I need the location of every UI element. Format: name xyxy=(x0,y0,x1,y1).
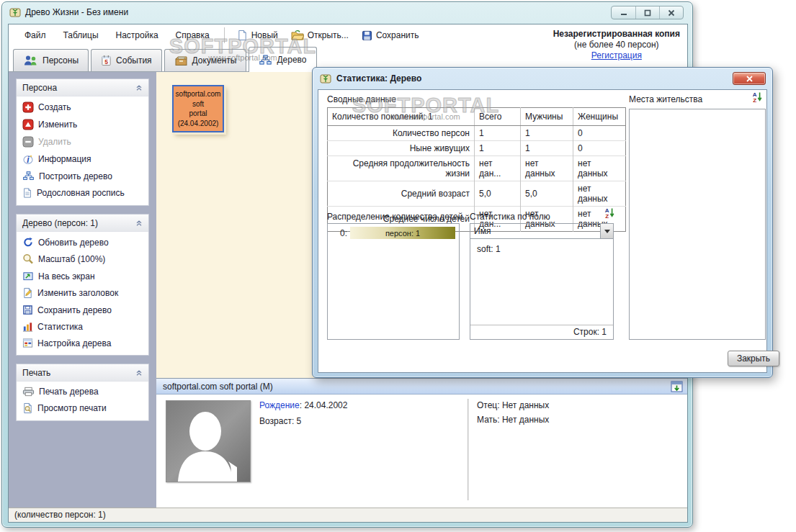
tab-events[interactable]: 5 События xyxy=(91,49,162,71)
tab-documents[interactable]: Документы xyxy=(164,49,247,71)
panel-collapse-icon[interactable] xyxy=(671,381,683,392)
birth-line: Рождение: 24.04.2002 xyxy=(259,400,347,410)
collapse-chevron-icon[interactable] xyxy=(135,369,143,377)
close-icon xyxy=(668,9,675,17)
sidebar-item-pedigree[interactable]: Родословная роспись xyxy=(17,184,148,202)
collapse-chevron-icon[interactable] xyxy=(135,220,143,227)
children-distribution-label: Распределение количества детей xyxy=(327,212,462,222)
birth-label[interactable]: Рождение xyxy=(259,400,300,410)
sidebar-group-person-header[interactable]: Персона xyxy=(17,79,148,96)
col-men[interactable]: Мужчины xyxy=(521,108,573,126)
distribution-row[interactable]: 0: персон: 1 xyxy=(331,227,455,239)
cell: 1 xyxy=(521,126,573,141)
sidebar-item-edit-title[interactable]: Изменить заголовок xyxy=(17,284,148,302)
close-icon xyxy=(746,76,753,82)
sidebar-item-info-label: Информация xyxy=(38,154,91,164)
sidebar-item-build-tree[interactable]: Построить дерево xyxy=(17,168,148,184)
sidebar-item-print-tree[interactable]: Печать дерева xyxy=(17,384,148,400)
sidebar-item-create[interactable]: Создать xyxy=(17,99,148,116)
children-distribution-box: 0: персон: 1 xyxy=(327,223,460,340)
tree-node[interactable]: softportal.com soft portal (24.04.2002) xyxy=(172,85,224,132)
sidebar-item-statistics[interactable]: Статистика xyxy=(17,318,148,335)
dropdown-button[interactable] xyxy=(600,224,613,238)
refresh-icon xyxy=(22,237,34,248)
sidebar-item-fullscreen-label: На весь экран xyxy=(38,271,95,281)
sidebar-group-print: Печать Печать дерева Просмотр печати xyxy=(16,364,149,421)
tree-node-line: portal xyxy=(175,109,221,119)
menu-file[interactable]: Файл xyxy=(16,27,55,43)
cell: 5,0 xyxy=(521,181,573,207)
new-button[interactable]: Новый xyxy=(231,27,285,43)
sidebar-group-print-header[interactable]: Печать xyxy=(17,364,148,382)
printer-icon xyxy=(22,387,35,397)
window-title: Древо Жизни - Без имени xyxy=(25,7,128,17)
sidebar-item-edit-title-label: Изменить заголовок xyxy=(37,288,118,298)
close-dialog-button[interactable]: Закрыть xyxy=(728,351,779,366)
new-document-icon xyxy=(237,30,248,41)
tab-persons[interactable]: Персоны xyxy=(13,49,89,71)
sidebar-item-fullscreen[interactable]: На весь экран xyxy=(17,268,148,284)
person-panel-body: Рождение: 24.04.2002 Возраст: 5 Отец: Не… xyxy=(156,395,687,508)
sort-az-icon[interactable]: AZ xyxy=(751,91,763,103)
registration-link[interactable]: Регистрация xyxy=(591,50,642,60)
menu-settings[interactable]: Настройка xyxy=(107,27,167,43)
places-listbox[interactable] xyxy=(629,109,766,340)
sidebar-group-person: Персона Создать Изменить xyxy=(16,78,149,206)
sidebar-item-zoom[interactable]: Масштаб (100%) xyxy=(17,251,148,268)
person-panel: softportal.com soft portal (М) Рождение:… xyxy=(156,378,687,508)
sidebar-item-delete[interactable]: Удалить xyxy=(17,133,148,150)
open-folder-icon xyxy=(291,30,304,41)
cell: нет данных xyxy=(573,156,626,181)
sidebar-item-print-preview-label: Просмотр печати xyxy=(37,403,107,413)
sidebar-item-tree-settings[interactable]: Настройка дерева xyxy=(17,335,148,351)
tab-persons-label: Персоны xyxy=(43,55,79,66)
edit-title-icon xyxy=(22,287,33,299)
sidebar-group-person-title: Персона xyxy=(22,83,57,93)
tab-events-label: События xyxy=(116,55,152,66)
cell: нет дан... xyxy=(475,156,521,181)
sort-az-icon[interactable]: AZ xyxy=(604,207,615,219)
row-label: Средний возраст xyxy=(328,181,475,207)
app-icon xyxy=(9,6,21,18)
tab-tree[interactable]: Дерево xyxy=(249,47,316,72)
sidebar-item-save-tree[interactable]: Сохранить дерево xyxy=(17,302,148,318)
age-line: Возраст: 5 xyxy=(259,416,301,426)
close-button[interactable] xyxy=(659,6,683,19)
field-dropdown[interactable]: Имя xyxy=(470,224,613,239)
dialog-close-button[interactable] xyxy=(733,72,766,85)
titlebar[interactable]: Древо Жизни - Без имени xyxy=(2,2,692,22)
row-label: Количество персон xyxy=(328,126,475,141)
sidebar-item-print-preview[interactable]: Просмотр печати xyxy=(17,400,148,417)
col-total[interactable]: Всего xyxy=(475,108,521,126)
sidebar-item-refresh-tree[interactable]: Обновить дерево xyxy=(17,234,148,251)
save-icon xyxy=(362,30,372,41)
tree-tab-icon xyxy=(259,55,272,66)
menu-help[interactable]: Справка xyxy=(167,27,218,43)
field-values-list[interactable]: soft: 1 xyxy=(470,239,613,325)
col-women[interactable]: Женщины xyxy=(573,108,626,126)
save-button[interactable]: Сохранить xyxy=(355,28,426,43)
sidebar-group-tree-header[interactable]: Дерево (персон: 1) xyxy=(17,215,148,232)
table-row: Количество персон 1 1 0 xyxy=(328,126,626,141)
sidebar-item-info[interactable]: i Информация xyxy=(17,150,148,168)
list-item[interactable]: soft: 1 xyxy=(477,244,607,254)
print-preview-icon xyxy=(22,402,33,414)
table-row: Ныне живущих 1 1 0 xyxy=(328,141,626,156)
tree-node-line: soft xyxy=(175,99,221,109)
collapse-chevron-icon[interactable] xyxy=(135,84,143,91)
sidebar-item-edit[interactable]: Изменить xyxy=(17,116,148,133)
sidebar-item-pedigree-label: Родословная роспись xyxy=(37,188,125,198)
minimize-button[interactable] xyxy=(612,6,635,19)
cell: 1 xyxy=(475,141,521,156)
sidebar-item-print-tree-label: Печать дерева xyxy=(39,387,99,397)
maximize-button[interactable] xyxy=(635,6,659,19)
sidebar-item-refresh-tree-label: Обновить дерево xyxy=(38,238,109,248)
dialog-titlebar[interactable]: Статистика: Дерево xyxy=(313,68,772,89)
sidebar-item-zoom-label: Масштаб (100%) xyxy=(38,254,105,264)
events-tab-icon: 5 xyxy=(101,55,112,66)
table-row: Средний возраст 5,0 5,0 нет данных xyxy=(328,181,626,207)
table-row: Средняя продолжительность жизни нет дан.… xyxy=(328,156,626,181)
summary-header-row: Количество поколений: 1 Всего Мужчины Же… xyxy=(328,108,626,126)
open-button[interactable]: Открыть... xyxy=(285,28,355,43)
menu-tables[interactable]: Таблицы xyxy=(55,27,107,43)
